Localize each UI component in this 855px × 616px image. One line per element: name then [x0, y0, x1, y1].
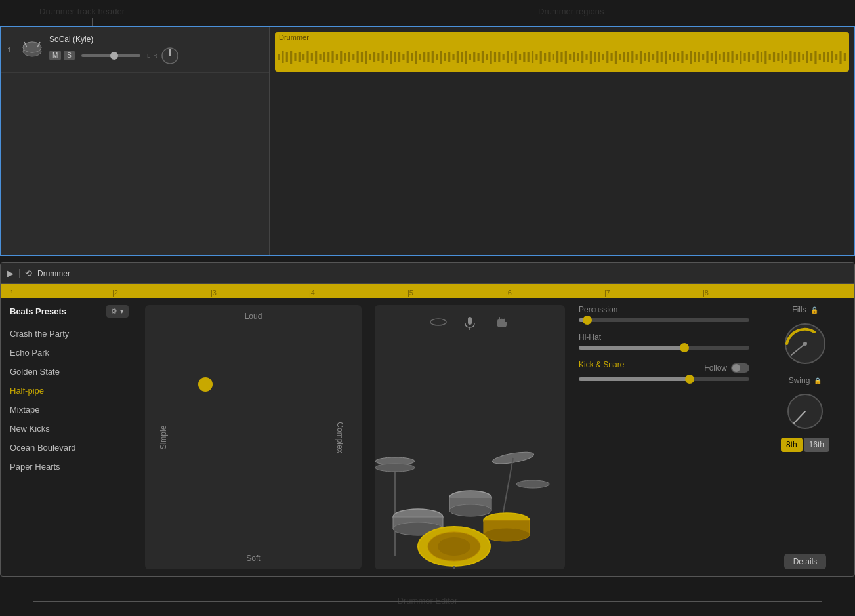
editor-header: ▶ ⟲ Drummer — [1, 263, 854, 284]
svg-rect-41 — [419, 54, 421, 60]
volume-slider[interactable] — [81, 54, 140, 57]
drummer-region[interactable]: Drummer — [275, 32, 849, 72]
follow-section: Follow — [704, 363, 749, 373]
svg-rect-58 — [490, 51, 492, 64]
right-panel: Fills 🔒 Swing 🔒 — [756, 298, 854, 576]
svg-rect-17 — [319, 54, 321, 60]
svg-rect-87 — [611, 53, 613, 61]
solo-button[interactable]: S — [64, 51, 75, 60]
svg-rect-9 — [286, 52, 288, 62]
percussion-slider-thumb[interactable] — [583, 316, 592, 325]
svg-rect-135 — [810, 53, 812, 61]
editor-annotation-line-r — [822, 590, 822, 602]
svg-rect-53 — [469, 54, 471, 60]
percussion-slider-container — [579, 318, 749, 322]
svg-rect-30 — [373, 52, 375, 62]
playhead[interactable] — [7, 293, 14, 298]
svg-rect-56 — [482, 51, 484, 63]
svg-rect-29 — [369, 54, 371, 60]
hihat-slider-thumb[interactable] — [680, 343, 689, 352]
hihat-slider-container — [579, 346, 749, 350]
hihat-open-icon[interactable] — [429, 313, 448, 331]
preset-title: Beats Presets — [10, 306, 66, 316]
drummer-editor: ▶ ⟲ Drummer 1 |2 |3 |4 |5 |6 |7 |8 Beats… — [0, 262, 855, 577]
svg-rect-27 — [361, 52, 363, 62]
details-button[interactable]: Details — [784, 554, 827, 569]
svg-rect-76 — [565, 51, 567, 64]
swing-knob[interactable] — [785, 392, 825, 431]
loop-icon[interactable]: ⟲ — [25, 268, 32, 278]
pan-knob[interactable] — [161, 47, 179, 65]
play-icon[interactable]: ▶ — [7, 268, 14, 278]
drum-kit-svg — [375, 425, 553, 569]
ks-slider-thumb[interactable] — [685, 375, 694, 384]
hihat-section: Hi-Hat — [579, 333, 749, 350]
preset-item-half-pipe[interactable]: Half-pipe — [1, 381, 138, 400]
preset-item-new-kicks[interactable]: New Kicks — [1, 419, 138, 438]
preset-item-crash-the-party[interactable]: Crash the Party — [1, 324, 138, 343]
svg-rect-44 — [432, 51, 434, 63]
hihat-slider[interactable] — [579, 346, 749, 350]
svg-rect-145 — [468, 317, 472, 325]
svg-rect-19 — [327, 52, 329, 62]
preset-panel: Beats Presets ⚙ ▾ Crash the Party Echo P… — [1, 298, 138, 576]
fills-knob[interactable] — [782, 321, 828, 367]
preset-item-mixtape[interactable]: Mixtape — [1, 400, 138, 419]
hand-icon[interactable] — [492, 313, 511, 331]
svg-rect-103 — [677, 53, 679, 61]
complexity-pad[interactable]: Loud Soft Simple Complex — [145, 305, 362, 569]
ruler-mark-3: |3 — [211, 289, 217, 297]
percussion-slider[interactable] — [579, 318, 749, 322]
gear-icon: ⚙ — [111, 307, 117, 316]
note-buttons: 8th 16th — [781, 438, 829, 452]
mic-icon[interactable] — [461, 313, 479, 331]
swing-header: Swing 🔒 — [789, 376, 822, 385]
svg-rect-8 — [282, 51, 283, 63]
svg-rect-64 — [515, 51, 517, 64]
preset-item-paper-hearts[interactable]: Paper Hearts — [1, 457, 138, 476]
preset-item-ocean-boulevard[interactable]: Ocean Boulevard — [1, 438, 138, 457]
preset-gear-button[interactable]: ⚙ ▾ — [106, 305, 129, 318]
annotation-line-regions-h — [535, 7, 822, 7]
svg-rect-89 — [619, 54, 621, 60]
svg-rect-139 — [827, 52, 829, 62]
preset-header: Beats Presets ⚙ ▾ — [1, 305, 138, 324]
svg-rect-100 — [665, 51, 667, 64]
preset-item-echo-park[interactable]: Echo Park — [1, 343, 138, 362]
svg-rect-31 — [377, 53, 379, 61]
svg-rect-126 — [773, 52, 775, 62]
svg-point-164 — [438, 537, 470, 556]
drumkit-panel — [368, 298, 572, 576]
svg-rect-108 — [698, 52, 700, 62]
svg-rect-78 — [573, 52, 575, 62]
svg-rect-13 — [302, 54, 304, 60]
follow-toggle[interactable] — [731, 363, 749, 373]
drum-top-icons — [429, 313, 511, 331]
percussion-section: Percussion — [579, 305, 749, 322]
svg-rect-123 — [761, 52, 762, 62]
mute-button[interactable]: M — [49, 51, 61, 60]
svg-rect-95 — [644, 53, 646, 61]
preset-item-golden-state[interactable]: Golden State — [1, 362, 138, 381]
ks-label: Kick & Snare — [579, 360, 624, 369]
svg-rect-111 — [711, 53, 713, 61]
svg-rect-34 — [390, 51, 392, 64]
svg-rect-118 — [740, 51, 741, 64]
note-8th-button[interactable]: 8th — [781, 438, 803, 452]
svg-point-152 — [516, 480, 549, 488]
ks-slider[interactable] — [579, 377, 749, 381]
svg-rect-99 — [661, 52, 663, 62]
svg-rect-141 — [835, 54, 837, 60]
note-16th-button[interactable]: 16th — [804, 438, 829, 452]
svg-rect-49 — [452, 54, 454, 60]
svg-rect-120 — [748, 52, 750, 62]
svg-rect-109 — [702, 54, 704, 60]
svg-rect-16 — [315, 51, 317, 64]
svg-rect-91 — [627, 52, 629, 62]
pad-dot[interactable] — [198, 377, 213, 392]
svg-rect-80 — [581, 51, 583, 63]
svg-rect-7 — [278, 54, 280, 60]
svg-rect-116 — [731, 51, 733, 63]
chevron-down-icon: ▾ — [120, 307, 124, 316]
svg-rect-69 — [535, 54, 537, 60]
